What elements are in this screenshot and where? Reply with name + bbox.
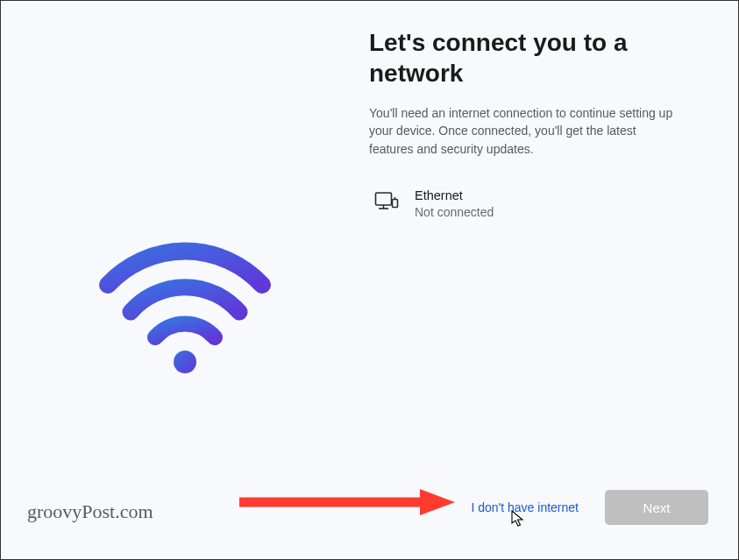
svg-rect-1 bbox=[376, 193, 392, 205]
svg-marker-7 bbox=[420, 489, 455, 515]
annotation-arrow-icon bbox=[238, 487, 457, 521]
svg-point-0 bbox=[174, 351, 196, 373]
ethernet-icon bbox=[374, 191, 399, 216]
next-button[interactable]: Next bbox=[605, 490, 708, 525]
network-name: Ethernet bbox=[415, 188, 494, 204]
svg-rect-4 bbox=[393, 200, 398, 208]
skip-internet-link[interactable]: I don't have internet bbox=[471, 500, 579, 514]
network-status: Not connected bbox=[415, 204, 494, 220]
page-title: Let's connect you to a network bbox=[369, 27, 650, 89]
page-subtitle: You'll need an internet connection to co… bbox=[369, 104, 676, 158]
network-item-ethernet[interactable]: Ethernet Not connected bbox=[369, 184, 703, 223]
watermark-text: groovyPost.com bbox=[27, 500, 153, 523]
network-text: Ethernet Not connected bbox=[415, 188, 494, 220]
cursor-icon bbox=[511, 510, 524, 531]
wifi-icon bbox=[97, 230, 273, 383]
